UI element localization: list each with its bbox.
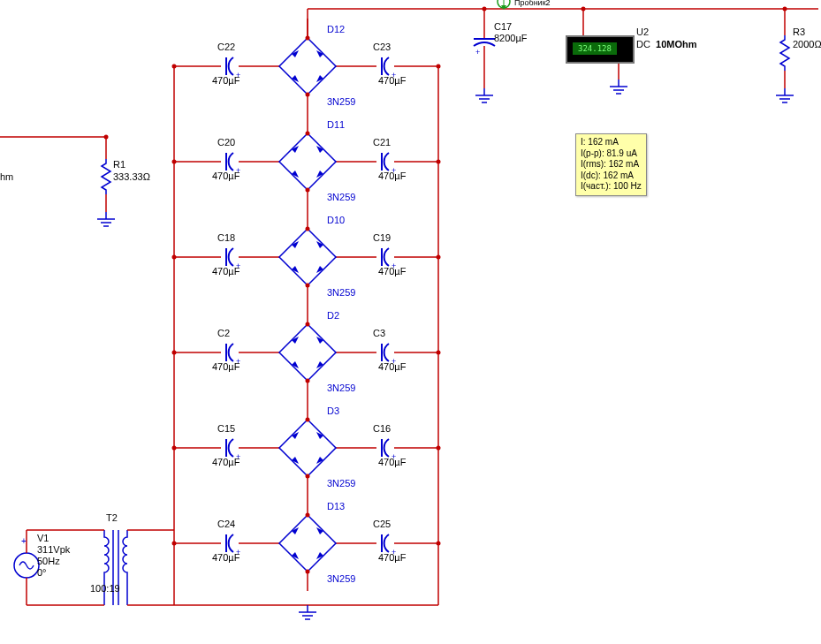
- cap-ref-C20: C20: [217, 137, 235, 148]
- cap-ref-C21: C21: [373, 137, 391, 148]
- dc-voltmeter[interactable]: 324.128: [566, 35, 635, 64]
- cap-val-C22: 470µF: [212, 75, 239, 86]
- cap-ref-C24: C24: [217, 519, 235, 529]
- cap-ref-C23: C23: [373, 42, 391, 52]
- v1-ref: V1: [37, 533, 49, 543]
- bridge-ref-D11: D11: [327, 119, 345, 130]
- cap-val-C20: 470µF: [212, 170, 239, 181]
- voltmeter-reading: 324.128: [573, 42, 617, 55]
- r1-val: 333.33Ω: [113, 171, 150, 182]
- bridge-part-D10: 3N259: [327, 287, 355, 298]
- t2-ratio: 100:19: [90, 583, 120, 594]
- r1-ref: R1: [113, 159, 125, 170]
- t2-ref: T2: [106, 512, 118, 523]
- bridge-ref-D12: D12: [327, 24, 345, 34]
- cap-val-C15: 470µF: [212, 457, 239, 467]
- cap-ref-C18: C18: [217, 232, 235, 243]
- cap-val-C18: 470µF: [212, 266, 239, 277]
- v1-amp: 311Vpk: [37, 544, 70, 555]
- cap-val-C24: 470µF: [212, 552, 239, 563]
- stage-D13: [172, 496, 441, 591]
- probe-name: Пробник2: [514, 0, 551, 8]
- cap-ref-C16: C16: [373, 423, 391, 434]
- ground-bridge-bottom: [299, 605, 316, 619]
- cap-ref-C25: C25: [373, 519, 391, 529]
- cap-ref-C15: C15: [217, 423, 235, 434]
- u2-mode: DC: [636, 39, 650, 49]
- stage-D2: [172, 305, 441, 400]
- bridge-part-D2: 3N259: [327, 383, 355, 393]
- stage-D10: [172, 209, 441, 305]
- r3: [776, 7, 794, 103]
- transformer: [95, 530, 174, 605]
- bridge-ref-D13: D13: [327, 501, 345, 511]
- cap-val-C23: 470µF: [378, 75, 406, 86]
- stage-D11: [172, 114, 441, 209]
- cap-val-C3: 470µF: [378, 361, 406, 372]
- cap-ref-C22: C22: [217, 42, 235, 52]
- cap-val-C25: 470µF: [378, 552, 406, 563]
- cap-val-C21: 470µF: [378, 170, 406, 181]
- v1-source: +: [14, 530, 95, 605]
- stage-D12: [172, 19, 441, 114]
- bridge-part-D12: 3N259: [327, 96, 355, 107]
- bridge-ref-D2: D2: [327, 310, 339, 321]
- probe-tooltip: I: 162 mA I(p-p): 81.9 uA I(rms): 162 mA…: [575, 133, 647, 196]
- c17: +: [474, 7, 495, 103]
- v1-phase: 0°: [37, 567, 47, 578]
- svg-text:+: +: [21, 536, 27, 546]
- cap-ref-C3: C3: [373, 328, 385, 338]
- svg-text:+: +: [475, 48, 480, 57]
- cap-ref-C19: C19: [373, 232, 391, 243]
- cap-val-C16: 470µF: [378, 457, 406, 467]
- bridge-part-D3: 3N259: [327, 478, 355, 489]
- c17-ref: C17: [494, 21, 512, 32]
- cap-val-C2: 470µF: [212, 361, 239, 372]
- c17-val: 8200µF: [494, 33, 528, 43]
- schematic-canvas: + +: [0, 0, 821, 644]
- stage-D3: [172, 400, 441, 496]
- bridge-ref-D3: D3: [327, 405, 339, 416]
- v1-freq: 50Hz: [37, 556, 60, 566]
- cap-ref-C2: C2: [217, 328, 230, 338]
- u2-imp: 10MOhm: [656, 39, 696, 49]
- u2-ref: U2: [636, 27, 649, 37]
- r3-ref: R3: [793, 27, 805, 37]
- r3-val: 2000Ω: [793, 39, 821, 49]
- bridge-part-D13: 3N259: [327, 573, 355, 584]
- bridge-part-D11: 3N259: [327, 192, 355, 202]
- bridge-ref-D10: D10: [327, 215, 345, 225]
- cap-val-C19: 470µF: [378, 266, 406, 277]
- left-edge-ohm: hm: [0, 171, 13, 182]
- r1: [0, 135, 115, 227]
